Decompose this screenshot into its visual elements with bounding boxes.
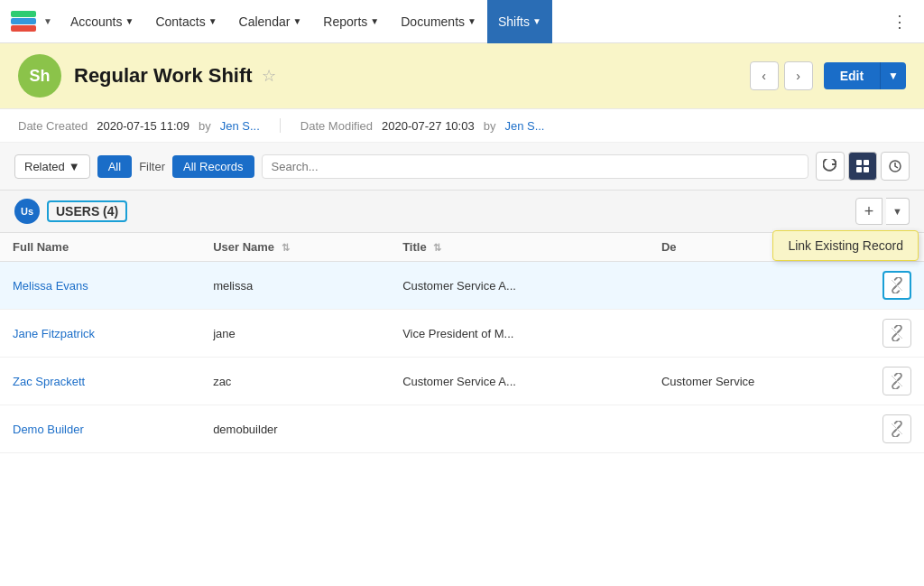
svg-rect-3 — [856, 160, 862, 165]
edit-button[interactable]: Edit — [824, 62, 880, 89]
related-dropdown-button[interactable]: Related ▼ — [14, 154, 90, 179]
contacts-arrow-icon: ▼ — [208, 16, 217, 26]
svg-rect-6 — [864, 167, 869, 172]
section-actions: + ▼ Link Existing Record — [855, 198, 910, 225]
reports-arrow-icon: ▼ — [370, 16, 379, 26]
related-arrow-icon: ▼ — [69, 160, 80, 173]
cell-username: jane — [200, 310, 390, 358]
cell-fullname[interactable]: Zac Sprackett — [0, 358, 200, 405]
users-table: Full Name User Name ⇅ Title ⇅ De Melissa… — [0, 233, 924, 453]
modified-by-label: by — [484, 119, 496, 133]
prev-record-button[interactable]: ‹ — [750, 61, 779, 90]
cell-title: Vice President of M... — [390, 310, 649, 358]
title-sort-icon: ⇅ — [433, 242, 441, 253]
edit-button-group: Edit ▼ — [824, 62, 906, 89]
filter-label: Filter — [139, 160, 165, 173]
add-user-button[interactable]: + — [855, 198, 882, 225]
search-input[interactable] — [262, 154, 809, 179]
svg-rect-2 — [11, 11, 36, 17]
filter-row: Related ▼ All Filter All Records — [0, 143, 924, 191]
table-row: Jane Fitzpatrick jane Vice President of … — [0, 310, 924, 358]
svg-rect-0 — [11, 25, 36, 32]
col-fullname: Full Name — [0, 233, 200, 262]
users-table-section: Full Name User Name ⇅ Title ⇅ De Melissa… — [0, 233, 924, 453]
shifts-arrow-icon: ▼ — [532, 16, 541, 26]
unlink-button[interactable] — [882, 271, 911, 300]
nav-reports[interactable]: Reports ▼ — [312, 0, 390, 43]
main-navbar: ▼ Accounts ▼ Contacts ▼ Calendar ▼ Repor… — [0, 0, 924, 43]
documents-arrow-icon: ▼ — [467, 16, 476, 26]
record-header: Sh Regular Work Shift ☆ ‹ › Edit ▼ — [0, 43, 924, 109]
cell-action — [870, 358, 924, 405]
nav-calendar[interactable]: Calendar ▼ — [228, 0, 313, 43]
refresh-button[interactable] — [816, 152, 845, 181]
cell-fullname[interactable]: Jane Fitzpatrick — [0, 310, 200, 358]
users-section-icon: Us — [14, 199, 40, 224]
view-controls — [816, 152, 910, 181]
next-record-button[interactable]: › — [784, 61, 813, 90]
date-modified-label: Date Modified — [300, 119, 373, 133]
date-modified-value: 2020-07-27 10:03 — [382, 119, 475, 133]
table-row: Melissa Evans melissa Customer Service A… — [0, 262, 924, 310]
record-icon: Sh — [18, 54, 61, 98]
meta-row: Date Created 2020-07-15 11:09 by Jen S..… — [0, 109, 924, 143]
nav-shifts[interactable]: Shifts ▼ — [487, 0, 552, 43]
cell-fullname[interactable]: Melissa Evans — [0, 262, 200, 310]
users-section-header: Us USERS (4) + ▼ Link Existing Record — [0, 191, 924, 233]
created-by-label: by — [199, 119, 211, 133]
cell-title: Customer Service A... — [390, 358, 649, 405]
cell-username: zac — [200, 358, 390, 405]
cell-department — [649, 310, 870, 358]
logo-dropdown-arrow[interactable]: ▼ — [43, 16, 52, 26]
svg-rect-4 — [864, 160, 869, 165]
record-navigation: ‹ › Edit ▼ — [750, 61, 906, 90]
record-title: Regular Work Shift — [74, 64, 253, 88]
app-logo[interactable]: ▼ — [7, 5, 52, 38]
cell-title: Customer Service A... — [390, 262, 649, 310]
cell-action — [870, 405, 924, 453]
table-row: Demo Builder demobuilder — [0, 405, 924, 453]
cell-fullname[interactable]: Demo Builder — [0, 405, 200, 453]
unlink-button[interactable] — [882, 414, 911, 443]
username-sort-icon: ⇅ — [282, 242, 290, 253]
date-created-label: Date Created — [18, 119, 88, 133]
unlink-button[interactable] — [882, 367, 911, 395]
cell-action — [870, 310, 924, 358]
calendar-arrow-icon: ▼ — [292, 16, 301, 26]
col-title[interactable]: Title ⇅ — [390, 233, 649, 262]
cell-username: demobuilder — [200, 405, 390, 453]
all-records-button[interactable]: All Records — [172, 155, 254, 178]
cell-department: Customer Service — [649, 358, 870, 405]
more-options-icon[interactable]: ⋮ — [882, 12, 917, 32]
link-existing-tooltip: Link Existing Record — [772, 230, 919, 261]
cell-username: melissa — [200, 262, 390, 310]
modified-by-link[interactable]: Jen S... — [504, 119, 544, 133]
add-user-dropdown-button[interactable]: ▼ — [886, 198, 910, 225]
cell-title — [390, 405, 649, 453]
edit-dropdown-button[interactable]: ▼ — [880, 62, 906, 89]
svg-rect-5 — [856, 167, 862, 172]
grid-view-button[interactable] — [848, 152, 877, 181]
users-section-title: USERS (4) — [47, 200, 127, 222]
cell-department — [649, 405, 870, 453]
svg-rect-1 — [11, 18, 36, 24]
nav-documents[interactable]: Documents ▼ — [390, 0, 487, 43]
accounts-arrow-icon: ▼ — [125, 16, 134, 26]
table-row: Zac Sprackett zac Customer Service A... … — [0, 358, 924, 405]
nav-accounts[interactable]: Accounts ▼ — [60, 0, 145, 43]
meta-divider — [280, 118, 281, 133]
nav-contacts[interactable]: Contacts ▼ — [144, 0, 227, 43]
cell-action — [870, 262, 924, 310]
unlink-button[interactable] — [882, 319, 911, 348]
created-by-link[interactable]: Jen S... — [220, 119, 260, 133]
timeline-view-button[interactable] — [881, 152, 910, 181]
favorite-star-icon[interactable]: ☆ — [262, 66, 276, 86]
cell-department — [649, 262, 870, 310]
all-filter-button[interactable]: All — [97, 155, 132, 178]
date-created-value: 2020-07-15 11:09 — [97, 119, 189, 133]
col-username[interactable]: User Name ⇅ — [200, 233, 390, 262]
